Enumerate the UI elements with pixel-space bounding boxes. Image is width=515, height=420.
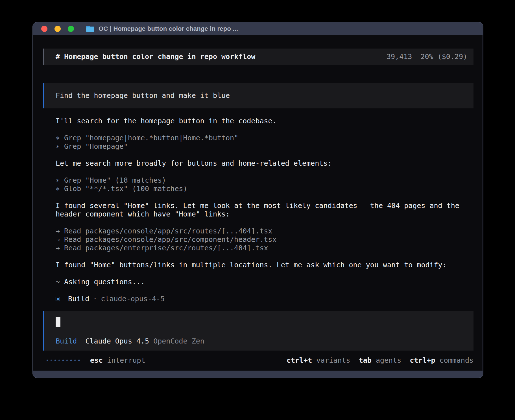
close-button[interactable] bbox=[41, 26, 47, 32]
terminal-content: # Homepage button color change in repo w… bbox=[33, 35, 483, 371]
bullet-icon: ∗ bbox=[56, 142, 60, 150]
hint-commands: ctrl+p commands bbox=[410, 356, 473, 365]
agent-name: Build bbox=[68, 295, 89, 303]
input-provider-label: OpenCode Zen bbox=[153, 337, 204, 345]
hint-interrupt: esc interrupt bbox=[90, 356, 145, 365]
zoom-button[interactable] bbox=[68, 26, 74, 32]
text-cursor bbox=[56, 317, 60, 327]
hint-variants: ctrl+t variants bbox=[287, 356, 350, 365]
bullet-icon: ∗ bbox=[56, 176, 60, 184]
assistant-paragraph: I found several "Home" links. Let me loo… bbox=[56, 202, 473, 218]
status-bar: esc interrupt ctrl+t variants tab agents… bbox=[43, 356, 473, 365]
arrow-icon: → bbox=[56, 227, 60, 235]
input-model-label[interactable]: Claude Opus 4.5 bbox=[85, 337, 149, 345]
hint-key: tab bbox=[359, 356, 372, 364]
working-status: ~ Asking questions... bbox=[56, 278, 473, 286]
session-stats: 39,413 20% ($0.29) bbox=[387, 53, 467, 61]
hint-label: agents bbox=[376, 356, 401, 364]
hint-key: esc bbox=[90, 356, 103, 364]
hint-label: variants bbox=[316, 356, 350, 364]
spinner-dots-icon bbox=[47, 360, 82, 361]
tool-call-label: Glob "**/*.tsx" (100 matches) bbox=[64, 185, 187, 193]
tool-call-read: →Read packages/enterprise/src/routes/[..… bbox=[56, 244, 473, 252]
arrow-icon: → bbox=[56, 235, 60, 244]
hint-key: ctrl+t bbox=[287, 356, 312, 364]
hint-label: commands bbox=[440, 356, 473, 364]
input-agent-label[interactable]: Build bbox=[56, 337, 77, 345]
assistant-paragraph: I'll search for the homepage button in t… bbox=[56, 117, 473, 125]
tool-call-grep: ∗Grep "Homepage" bbox=[56, 142, 473, 151]
prompt-input[interactable]: Build Claude Opus 4.5 OpenCode Zen bbox=[43, 311, 473, 351]
user-message: Find the homepage button and make it blu… bbox=[43, 83, 473, 108]
tool-call-glob: ∗Glob "**/*.tsx" (100 matches) bbox=[56, 185, 473, 193]
tool-call-read: →Read packages/console/app/src/component… bbox=[56, 235, 473, 244]
minimize-button[interactable] bbox=[54, 26, 61, 32]
arrow-icon: → bbox=[56, 244, 60, 252]
tool-call-label: Read packages/console/app/src/routes/[..… bbox=[64, 227, 272, 235]
agent-status-row: Build · claude-opus-4-5 bbox=[56, 295, 473, 303]
assistant-paragraph: Let me search more broadly for buttons a… bbox=[56, 159, 473, 168]
session-header: # Homepage button color change in repo w… bbox=[43, 49, 473, 65]
bullet-icon: ∗ bbox=[56, 185, 60, 193]
window-title: OC | Homepage button color change in rep… bbox=[99, 25, 238, 32]
folder-icon bbox=[86, 25, 95, 32]
tool-call-label: Grep "Homepage" bbox=[64, 142, 128, 150]
keyboard-hints: ctrl+t variants tab agents ctrl+p comman… bbox=[278, 356, 473, 365]
model-row: Build Claude Opus 4.5 OpenCode Zen bbox=[56, 337, 467, 345]
tool-call-grep: ∗Grep "homepage|home.*button|Home.*butto… bbox=[56, 134, 473, 142]
bullet-icon: ∗ bbox=[56, 134, 60, 142]
titlebar[interactable]: OC | Homepage button color change in rep… bbox=[33, 22, 483, 35]
separator-dot: · bbox=[93, 295, 97, 303]
tool-call-label: Read packages/enterprise/src/routes/[...… bbox=[64, 244, 268, 252]
tool-call-label: Grep "homepage|home.*button|Home.*button… bbox=[64, 134, 238, 142]
tool-call-grep: ∗Grep "Home" (18 matches) bbox=[56, 176, 473, 185]
hint-agents: tab agents bbox=[359, 356, 401, 365]
tool-call-read: →Read packages/console/app/src/routes/[.… bbox=[56, 227, 473, 235]
agent-model: claude-opus-4-5 bbox=[101, 295, 165, 303]
tool-call-label: Read packages/console/app/src/component/… bbox=[64, 235, 277, 244]
terminal-window: OC | Homepage button color change in rep… bbox=[32, 22, 483, 378]
agent-badge-icon bbox=[56, 297, 60, 301]
session-title: # Homepage button color change in repo w… bbox=[56, 53, 255, 61]
tool-call-label: Grep "Home" (18 matches) bbox=[64, 176, 166, 184]
assistant-paragraph: I found "Home" buttons/links in multiple… bbox=[56, 261, 473, 269]
hint-label: interrupt bbox=[107, 356, 145, 364]
hint-key: ctrl+p bbox=[410, 356, 435, 364]
